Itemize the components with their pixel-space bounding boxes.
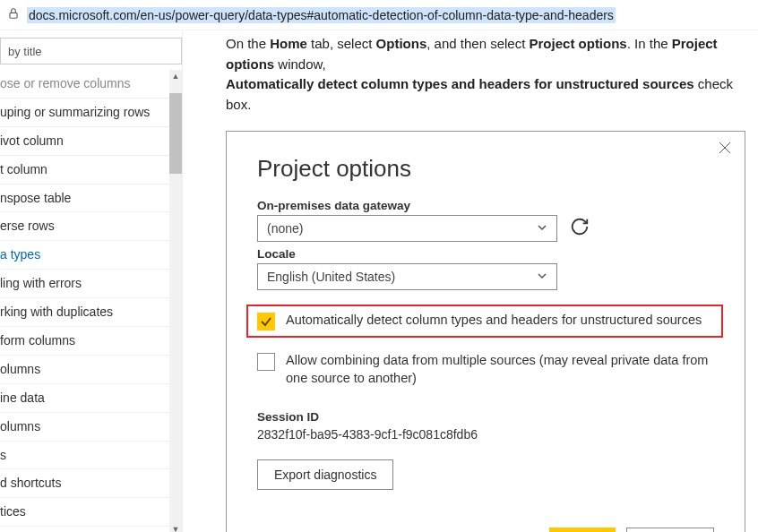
gateway-value: (none) [267, 221, 303, 236]
chevron-down-icon [537, 270, 547, 284]
locale-label: Locale [257, 247, 714, 261]
intro-text: On the Home tab, select Options, and the… [226, 34, 758, 115]
allow-combining-label: Allow combining data from multiple sourc… [286, 352, 714, 387]
ok-button[interactable]: OK [549, 528, 616, 532]
main-content: On the Home tab, select Options, and the… [183, 30, 758, 532]
scrollbar-thumb[interactable] [169, 93, 182, 174]
sidebar-item[interactable]: uping or summarizing rows [0, 99, 182, 127]
sidebar-item[interactable]: s [0, 442, 182, 470]
gateway-label: On-premises data gateway [257, 199, 714, 212]
url-text[interactable]: docs.microsoft.com/en-us/power-query/dat… [27, 7, 616, 23]
filter-input[interactable]: by title [0, 38, 182, 64]
locale-value: English (United States) [267, 270, 395, 284]
cancel-button[interactable]: Cancel [626, 528, 714, 532]
scroll-up-icon[interactable]: ▲ [169, 70, 182, 82]
sidebar-item[interactable]: form columns [0, 327, 182, 356]
sidebar-item[interactable]: nspose table [0, 184, 182, 213]
browser-url-bar[interactable]: docs.microsoft.com/en-us/power-query/dat… [0, 0, 758, 30]
session-id-value: 2832f10f-ba95-4383-9cf1-f9c081c8fdb6 [257, 427, 714, 442]
sidebar: by title ose or remove columns uping or … [0, 30, 183, 532]
allow-combining-row: Allow combining data from multiple sourc… [257, 352, 714, 387]
session-id-label: Session ID [257, 410, 714, 424]
nav-list: ose or remove columns uping or summarizi… [0, 70, 182, 532]
refresh-icon[interactable] [570, 217, 590, 240]
sidebar-item[interactable]: erse rows [0, 212, 182, 241]
gateway-select[interactable]: (none) [257, 215, 557, 242]
allow-combining-checkbox[interactable] [257, 353, 275, 371]
sidebar-item[interactable]: rking with duplicates [0, 298, 182, 327]
sidebar-item[interactable]: olumns [0, 356, 182, 384]
autodetect-label: Automatically detect column types and he… [286, 312, 702, 330]
project-options-dialog: Project options On-premises data gateway… [226, 131, 745, 532]
sidebar-item[interactable]: olumns [0, 413, 182, 442]
sidebar-item[interactable]: ling with errors [0, 270, 182, 298]
sidebar-item[interactable]: d shortcuts [0, 469, 182, 498]
filter-placeholder: by title [8, 45, 42, 58]
sidebar-item[interactable]: d topics [0, 527, 182, 532]
autodetect-checkbox[interactable] [257, 313, 275, 330]
sidebar-scrollbar[interactable]: ▲ ▼ [169, 70, 182, 532]
export-diagnostics-button[interactable]: Export diagnostics [257, 459, 393, 490]
sidebar-item[interactable]: ine data [0, 384, 182, 413]
sidebar-item-active[interactable]: a types [0, 241, 182, 270]
close-icon[interactable] [718, 141, 732, 159]
chevron-down-icon [537, 222, 547, 236]
autodetect-checkbox-row: Automatically detect column types and he… [246, 305, 723, 338]
sidebar-item[interactable]: ose or remove columns [0, 70, 182, 99]
lock-icon [4, 7, 27, 23]
svg-rect-0 [10, 13, 17, 18]
sidebar-item[interactable]: t column [0, 156, 182, 184]
sidebar-item[interactable]: tices [0, 498, 182, 527]
locale-select[interactable]: English (United States) [257, 263, 557, 290]
sidebar-item[interactable]: ivot column [0, 127, 182, 156]
scroll-down-icon[interactable]: ▼ [169, 523, 182, 532]
dialog-title: Project options [257, 155, 714, 183]
